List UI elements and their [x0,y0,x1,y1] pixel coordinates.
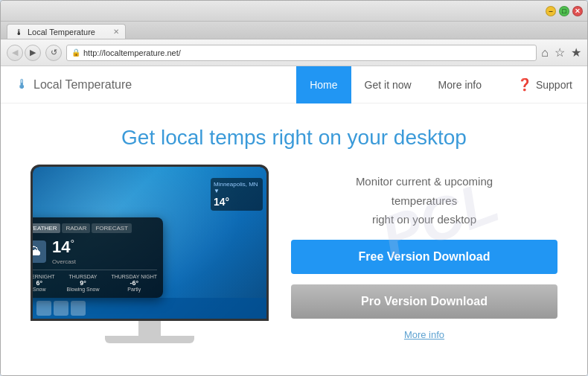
forward-button[interactable]: ▶ [25,45,41,61]
tab-close-button[interactable]: ✕ [112,28,121,36]
widget-tab-forecast[interactable]: FORECAST [92,223,132,233]
lock-icon: 🔒 [71,48,80,57]
tab-bar: 🌡 Local Temperature ✕ [1,22,587,39]
info-line2: temperatures [392,194,457,207]
widget-tab-weather[interactable]: WEATHER [33,223,60,233]
forecast-overnight: OVERNIGHT 6° Snow [33,274,55,292]
forecast-day-label-3: THURSDAY NIGHT [111,274,157,279]
browser-frame: – □ ✕ 🌡 Local Temperature ✕ ◀ ▶ ↺ 🔒 http… [0,0,588,376]
support-label: Support [536,79,572,91]
forecast-note-3: Partly [111,287,157,292]
site-main-content: PCL Get local temps right on your deskto… [1,103,587,375]
monitor-screen: WEATHER RADAR FORECAST 🌥 14 [33,167,266,319]
close-button[interactable]: ✕ [572,6,583,16]
tab-label: Local Temperature [28,28,95,36]
info-line1: Monitor current & upcoming [356,175,493,188]
main-area: WEATHER RADAR FORECAST 🌥 14 [1,165,587,375]
forecast-temp-3: -6° [111,279,157,287]
nav-arrows: ◀ ▶ [7,45,41,61]
monitor-stand-neck [138,321,161,336]
title-bar: – □ ✕ [1,1,587,22]
nav-support[interactable]: ❓ Support [517,77,572,92]
taskbar-icon-2 [54,301,68,316]
back-button[interactable]: ◀ [7,45,23,61]
widget-temperature: 14 [52,238,70,257]
bookmark-icon[interactable]: ☆ [555,45,565,60]
info-text: Monitor current & upcoming temperatures … [291,172,557,229]
forecast-temp-2: 9° [67,279,100,287]
site-logo: 🌡 Local Temperature [16,77,132,92]
info-section: Monitor current & upcoming temperatures … [291,165,557,340]
settings-icon[interactable]: ★ [571,45,581,60]
forecast-day-label-2: THURSDAY [67,274,100,279]
monitor: WEATHER RADAR FORECAST 🌥 14 [31,165,269,321]
monitor-stand-base [105,336,194,343]
forecast-thursday: THURSDAY 9° Blowing Snow [67,274,100,292]
support-icon: ❓ [517,77,532,92]
desktop-taskbar [33,298,266,319]
weather-widget: WEATHER RADAR FORECAST 🌥 14 [33,217,163,298]
refresh-button[interactable]: ↺ [45,45,62,61]
nav-more-info[interactable]: More info [425,66,495,103]
taskbar-icon-3 [71,301,86,316]
nav-home[interactable]: Home [296,66,351,103]
info-line3: right on your desktop [372,213,476,226]
mini-weather-panel: Minneapolis, MN ▼ 14° [211,178,263,211]
home-icon[interactable]: ⌂ [541,46,549,60]
widget-forecast: OVERNIGHT 6° Snow THURSDAY 9° Blowing Sn… [33,270,157,292]
minimize-button[interactable]: – [546,6,556,16]
logo-text: Local Temperature [33,78,132,92]
nav-get-it-now[interactable]: Get it now [351,66,425,103]
weather-icon: 🌥 [33,240,46,263]
browser-tab[interactable]: 🌡 Local Temperature ✕ [7,24,126,39]
website-content: 🌡 Local Temperature Home Get it now More… [1,66,587,375]
maximize-button[interactable]: □ [559,6,569,16]
hero-title: Get local temps right on your desktop [1,103,587,165]
site-navigation: 🌡 Local Temperature Home Get it now More… [1,66,587,103]
thermometer-icon: 🌡 [16,77,29,92]
forecast-note-1: Snow [33,287,55,292]
widget-tab-radar[interactable]: RADAR [62,223,90,233]
widget-main: 🌥 14 ° Overcast [33,238,157,265]
pro-version-download-button[interactable]: Pro Version Download [291,284,557,319]
free-version-download-button[interactable]: Free Version Download [291,240,557,274]
widget-condition: Overcast [52,258,76,265]
taskbar-icon-1 [36,301,51,316]
address-bar[interactable]: 🔒 http://localtemperature.net/ [66,45,537,61]
toolbar-right: ⌂ ☆ ★ [541,45,581,60]
url-text: http://localtemperature.net/ [83,48,181,57]
forecast-thursday-night: THURSDAY NIGHT -6° Partly [111,274,157,292]
nav-links: Home Get it now More info [296,66,495,103]
forecast-note-2: Blowing Snow [67,287,100,292]
forecast-day-label-1: OVERNIGHT [33,274,55,279]
monitor-section: WEATHER RADAR FORECAST 🌥 14 [31,165,269,343]
more-info-link[interactable]: More info [291,329,557,340]
tab-title: 🌡 [15,28,23,36]
widget-tabs: WEATHER RADAR FORECAST [33,223,157,233]
nav-bar: ◀ ▶ ↺ 🔒 http://localtemperature.net/ ⌂ ☆… [1,39,587,66]
widget-temp-section: 14 ° Overcast [52,238,76,265]
forecast-temp-1: 6° [33,279,55,287]
widget-degree: ° [70,238,74,249]
